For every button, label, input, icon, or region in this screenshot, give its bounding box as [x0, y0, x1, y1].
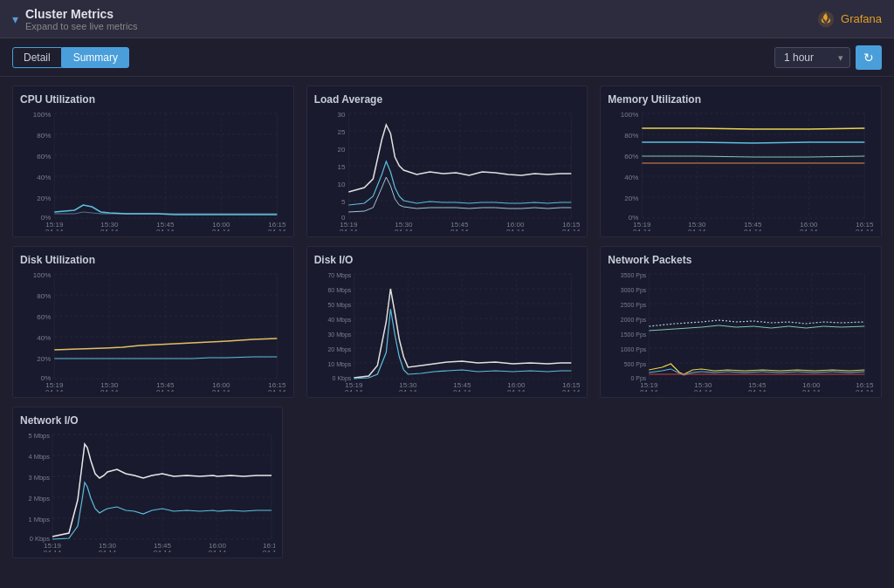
net-packets-chart-area: 3500 Pps 3000 Pps 2500 Pps 2000 Pps 1500…	[608, 270, 874, 392]
memory-chart-svg: 100% 80% 60% 40% 20% 0% 15:19	[608, 109, 874, 231]
svg-text:1 Mbps: 1 Mbps	[28, 516, 50, 523]
header: ▾ Cluster Metrics Expand to see live met…	[0, 0, 894, 38]
tab-detail[interactable]: Detail	[12, 47, 62, 68]
toolbar: Detail Summary 1 hour 3 hours 6 hours 12…	[0, 38, 894, 77]
cpu-chart-area: 100% 80% 60% 40% 20% 0% 15:19	[20, 109, 286, 231]
svg-text:04-14: 04-14	[340, 228, 358, 231]
svg-text:04-14: 04-14	[263, 549, 275, 552]
svg-text:04-14: 04-14	[856, 388, 874, 392]
grafana-branding: Grafana	[816, 10, 882, 29]
svg-text:80%: 80%	[37, 132, 51, 140]
load-title: Load Average	[314, 93, 581, 106]
grafana-label: Grafana	[841, 12, 882, 25]
svg-text:40%: 40%	[37, 334, 51, 342]
svg-text:04-14: 04-14	[212, 388, 230, 392]
header-left: ▾ Cluster Metrics Expand to see live met…	[12, 7, 137, 31]
svg-text:100%: 100%	[33, 111, 51, 119]
svg-text:30 Mbps: 30 Mbps	[327, 332, 351, 338]
disk-io-panel: Disk I/O 70 Mbps 60 Mbps 50 Mbps 40 Mbps	[306, 246, 588, 398]
svg-text:3000 Pps: 3000 Pps	[621, 287, 647, 294]
svg-text:04-14: 04-14	[450, 228, 469, 231]
svg-text:50 Mbps: 50 Mbps	[327, 302, 351, 309]
svg-text:04-14: 04-14	[44, 549, 62, 552]
svg-rect-1	[54, 113, 277, 218]
charts-grid: CPU Utilization 100% 80% 60% 40% 20	[12, 85, 882, 398]
svg-text:20: 20	[337, 146, 345, 154]
svg-text:3500 Pps: 3500 Pps	[621, 272, 647, 279]
svg-text:04-14: 04-14	[802, 388, 821, 392]
svg-text:04-14: 04-14	[562, 228, 581, 231]
cpu-title: CPU Utilization	[20, 93, 286, 106]
svg-text:04-14: 04-14	[45, 228, 64, 231]
svg-text:04-14: 04-14	[100, 228, 119, 231]
load-chart-svg: 30 25 20 15 10 5 0 15:19	[314, 109, 581, 231]
svg-text:04-14: 04-14	[507, 388, 526, 392]
refresh-icon: ↻	[863, 51, 874, 65]
svg-text:04-14: 04-14	[748, 388, 767, 392]
svg-text:20%: 20%	[625, 195, 639, 202]
net-packets-chart-svg: 3500 Pps 3000 Pps 2500 Pps 2000 Pps 1500…	[608, 270, 874, 392]
svg-text:04-14: 04-14	[345, 388, 363, 392]
net-packets-title: Network Packets	[608, 254, 874, 266]
svg-text:04-14: 04-14	[99, 549, 117, 552]
grafana-icon	[816, 10, 836, 29]
svg-text:04-14: 04-14	[744, 228, 762, 231]
svg-text:25: 25	[337, 128, 345, 136]
svg-text:100%: 100%	[621, 111, 638, 119]
svg-text:04-14: 04-14	[800, 228, 818, 231]
svg-text:04-14: 04-14	[268, 228, 286, 231]
svg-text:04-14: 04-14	[856, 228, 874, 231]
disk-util-title: Disk Utilization	[20, 254, 286, 266]
svg-text:04-14: 04-14	[399, 388, 417, 392]
svg-text:3 Mbps: 3 Mbps	[28, 474, 50, 482]
svg-text:04-14: 04-14	[640, 388, 658, 392]
svg-text:04-14: 04-14	[156, 228, 175, 231]
app-subtitle: Expand to see live metrics	[25, 21, 137, 31]
app-title: Cluster Metrics	[25, 7, 113, 21]
network-packets-panel: Network Packets 3500 Pps 3000 Pps 2500 P…	[600, 246, 882, 398]
net-io-chart-svg: 5 Mbps 4 Mbps 3 Mbps 2 Mbps 1 Mbps 0 Kbp…	[20, 430, 275, 552]
cpu-utilization-panel: CPU Utilization 100% 80% 60% 40% 20	[12, 85, 294, 237]
svg-text:04-14: 04-14	[209, 549, 227, 552]
disk-io-title: Disk I/O	[314, 254, 581, 266]
time-controls: 1 hour 3 hours 6 hours 12 hours 24 hours…	[774, 45, 882, 70]
svg-text:04-14: 04-14	[212, 228, 230, 231]
svg-text:80%: 80%	[37, 292, 51, 300]
main-content: CPU Utilization 100% 80% 60% 40% 20	[0, 77, 894, 588]
disk-io-chart-svg: 70 Mbps 60 Mbps 50 Mbps 40 Mbps 30 Mbps …	[314, 270, 581, 392]
svg-text:100%: 100%	[33, 271, 51, 279]
svg-text:04-14: 04-14	[688, 228, 706, 231]
svg-text:04-14: 04-14	[156, 388, 175, 392]
svg-text:2000 Pps: 2000 Pps	[621, 317, 647, 324]
svg-text:04-14: 04-14	[453, 388, 471, 392]
svg-text:04-14: 04-14	[633, 228, 651, 231]
svg-text:10: 10	[337, 181, 345, 188]
svg-text:70 Mbps: 70 Mbps	[327, 272, 351, 279]
net-io-chart-area: 5 Mbps 4 Mbps 3 Mbps 2 Mbps 1 Mbps 0 Kbp…	[20, 430, 275, 552]
svg-text:20%: 20%	[37, 355, 51, 363]
svg-text:04-14: 04-14	[694, 388, 712, 392]
svg-text:1000 Pps: 1000 Pps	[621, 346, 647, 353]
disk-io-chart-area: 70 Mbps 60 Mbps 50 Mbps 40 Mbps 30 Mbps …	[314, 270, 581, 392]
refresh-button[interactable]: ↻	[856, 45, 882, 70]
disk-utilization-panel: Disk Utilization 100% 80% 60% 40% 20% 0%	[12, 246, 294, 398]
view-tabs: Detail Summary	[12, 47, 129, 68]
svg-text:60%: 60%	[37, 153, 51, 161]
svg-text:2 Mbps: 2 Mbps	[28, 495, 50, 503]
svg-text:5: 5	[341, 198, 346, 206]
network-io-panel: Network I/O 5 Mbps 4 Mbps 3 Mbps 2 Mbps …	[12, 407, 283, 558]
svg-text:04-14: 04-14	[268, 388, 286, 392]
tab-summary[interactable]: Summary	[62, 47, 129, 68]
memory-title: Memory Utilization	[608, 93, 874, 106]
expand-icon[interactable]: ▾	[12, 12, 18, 26]
load-chart-area: 30 25 20 15 10 5 0 15:19	[314, 109, 581, 231]
svg-text:04-14: 04-14	[100, 388, 119, 392]
time-range-select[interactable]: 1 hour 3 hours 6 hours 12 hours 24 hours	[774, 47, 850, 68]
svg-text:60%: 60%	[625, 153, 639, 161]
svg-text:04-14: 04-14	[562, 388, 581, 392]
charts-bottom-row: Network I/O 5 Mbps 4 Mbps 3 Mbps 2 Mbps …	[12, 407, 882, 558]
svg-text:30: 30	[337, 111, 345, 119]
memory-utilization-panel: Memory Utilization 100% 80% 60% 40% 20% …	[600, 85, 882, 237]
svg-text:04-14: 04-14	[45, 388, 64, 392]
svg-text:80%: 80%	[625, 132, 639, 140]
